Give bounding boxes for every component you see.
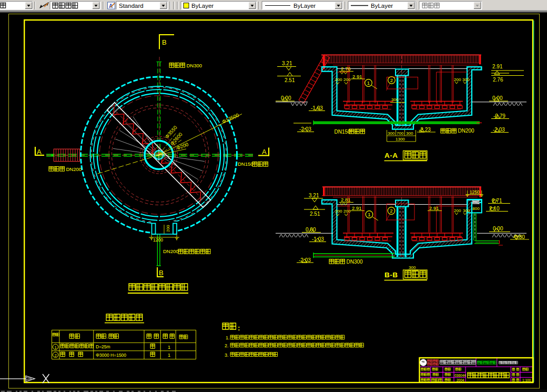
svg-text:1.: 1. [226, 335, 230, 340]
svg-text:200: 200 [166, 225, 170, 232]
svg-text:200: 200 [343, 77, 351, 82]
svg-text:800: 800 [472, 206, 480, 211]
svg-text:DN200: DN200 [163, 248, 179, 254]
svg-text:200: 200 [454, 77, 461, 82]
svg-text:1: 1 [168, 345, 170, 350]
svg-text:300: 300 [406, 131, 413, 136]
svg-text:DN300: DN300 [187, 63, 202, 68]
svg-text:B-B: B-B [384, 271, 398, 279]
svg-text:1: 1 [367, 80, 370, 86]
svg-text:Φ3000 H=1500: Φ3000 H=1500 [96, 353, 126, 358]
svg-text:3.: 3. [225, 353, 229, 358]
svg-text:1: 1 [368, 212, 370, 217]
svg-text:2: 2 [390, 77, 393, 83]
svg-text:2.: 2. [225, 343, 229, 348]
svg-text:ByLayer: ByLayer [293, 3, 316, 9]
svg-text:A: A [262, 148, 267, 156]
svg-text:300: 300 [463, 208, 470, 213]
svg-text:D=25m: D=25m [96, 344, 110, 349]
svg-text:ByLayer: ByLayer [371, 3, 393, 9]
svg-text:-2.03: -2.03 [299, 126, 311, 132]
svg-text:2.51: 2.51 [285, 77, 295, 83]
svg-text:300: 300 [391, 97, 399, 102]
svg-text::: : [238, 324, 240, 332]
svg-text:DN150: DN150 [238, 161, 254, 167]
svg-text:2.91: 2.91 [352, 205, 362, 211]
svg-text:A: A [37, 148, 42, 156]
svg-text:DN200: DN200 [458, 128, 475, 134]
svg-text:-2.23: -2.23 [419, 127, 431, 133]
svg-text:Standard: Standard [119, 3, 144, 9]
svg-text:200: 200 [335, 209, 342, 214]
svg-text:2: 2 [54, 353, 56, 358]
svg-text:ByLayer: ByLayer [191, 3, 214, 9]
svg-text:B: B [159, 269, 164, 277]
svg-text:1200: 1200 [153, 237, 163, 243]
svg-text:300: 300 [388, 131, 395, 136]
svg-text:-1.03: -1.03 [312, 236, 324, 242]
svg-text:2: 2 [390, 208, 392, 214]
svg-text:2.91: 2.91 [352, 74, 362, 79]
svg-text:DN300: DN300 [347, 259, 363, 265]
svg-text:DN200: DN200 [66, 166, 82, 172]
svg-text:.: . [107, 334, 108, 339]
svg-text:1: 1 [168, 353, 170, 358]
svg-text:1: 1 [54, 345, 56, 350]
svg-text:-2.03: -2.03 [299, 257, 311, 263]
svg-text:2.51: 2.51 [310, 211, 320, 217]
svg-text:2004: 2004 [457, 378, 464, 382]
svg-text:B: B [162, 38, 167, 46]
svg-text:3.21: 3.21 [309, 193, 319, 198]
svg-text:036044: 036044 [454, 374, 466, 377]
svg-text:200: 200 [335, 77, 342, 82]
svg-text:1300: 1300 [396, 137, 405, 142]
svg-text:A-A: A-A [384, 152, 398, 159]
svg-text:2.76: 2.76 [341, 66, 351, 72]
svg-text:2.81: 2.81 [341, 197, 351, 203]
svg-text:300: 300 [462, 77, 470, 82]
svg-text:300: 300 [409, 265, 416, 270]
svg-text:3.21: 3.21 [282, 61, 292, 66]
svg-text:DN150: DN150 [335, 129, 351, 135]
svg-text:700: 700 [397, 131, 404, 136]
svg-text:0.00: 0.00 [492, 95, 503, 101]
svg-text:200: 200 [343, 209, 351, 214]
svg-text:1250: 1250 [470, 189, 480, 195]
svg-text:200: 200 [454, 208, 461, 213]
svg-text:2.91: 2.91 [429, 205, 439, 211]
svg-text:1:100: 1:100 [522, 378, 531, 382]
svg-text:2.76: 2.76 [493, 77, 503, 83]
svg-text:0.00: 0.00 [281, 95, 291, 101]
svg-text:2.91: 2.91 [492, 64, 503, 69]
